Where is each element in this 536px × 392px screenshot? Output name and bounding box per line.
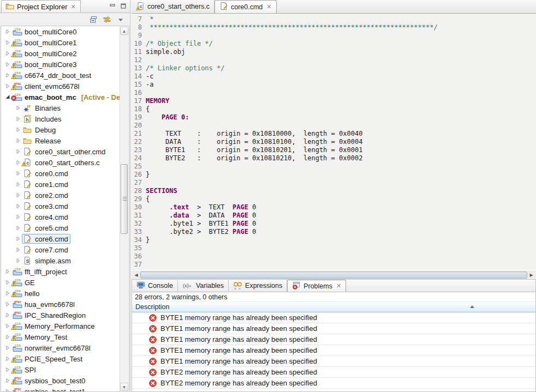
editor-tab-core0-cmd[interactable]: core0.cmd✕ bbox=[215, 0, 277, 13]
close-icon[interactable]: ✕ bbox=[70, 3, 76, 10]
tree-item-core2-cmd[interactable]: core2.cmd bbox=[1, 190, 129, 201]
scroll-right-icon[interactable]: ▶ bbox=[528, 272, 535, 279]
expander-collapsed-icon[interactable] bbox=[14, 191, 22, 199]
tree-item-includes[interactable]: hIncludes bbox=[1, 113, 129, 124]
expander-collapsed-icon[interactable] bbox=[3, 50, 11, 57]
problems-row[interactable]: BYTE1 memory range has already been spec… bbox=[132, 345, 535, 356]
tree-item-ipc-sharedregion[interactable]: RTSCIPC_SharedRegion bbox=[1, 310, 129, 321]
close-icon[interactable]: ✕ bbox=[265, 3, 271, 10]
problems-row[interactable]: BYTE1 memory range has already been spec… bbox=[132, 356, 535, 367]
expander-collapsed-icon[interactable] bbox=[3, 377, 11, 384]
project-explorer-tab[interactable]: Project Explorer ✕ bbox=[1, 0, 81, 13]
editor-hscroll-thumb[interactable] bbox=[140, 272, 527, 279]
expander-collapsed-icon[interactable] bbox=[14, 257, 22, 264]
bottom-tab-problems[interactable]: Problems✕ bbox=[287, 280, 346, 292]
tree-scrollbar[interactable]: ▲ ▼ bbox=[120, 27, 128, 391]
expander-collapsed-icon[interactable] bbox=[3, 333, 11, 341]
expander-collapsed-icon[interactable] bbox=[14, 246, 22, 254]
scroll-up-icon[interactable]: ▲ bbox=[120, 27, 128, 35]
tree-item-simple-asm[interactable]: Ssimple.asm bbox=[1, 255, 129, 266]
expander-collapsed-icon[interactable] bbox=[14, 104, 22, 112]
tree-item-sysbios-boot-test1[interactable]: RTSCsysbios_boot_test1 bbox=[1, 386, 129, 392]
view-menu-button[interactable] bbox=[116, 15, 126, 25]
expander-expanded-icon[interactable] bbox=[3, 93, 11, 101]
description-column-header[interactable]: Description bbox=[132, 302, 535, 312]
tree-item-emac-boot-mc[interactable]: CCSemac_boot_mc[Active - De bbox=[1, 92, 129, 102]
problems-row[interactable]: BYTE2 memory range has already been spec… bbox=[132, 367, 535, 378]
expander-collapsed-icon[interactable] bbox=[3, 39, 11, 46]
tree-item-core0-start-other-cmd[interactable]: core0_start_other.cmd bbox=[1, 146, 129, 157]
tree-item-debug[interactable]: Debug bbox=[1, 124, 129, 135]
tree-item-release[interactable]: Release bbox=[1, 135, 129, 146]
expander-collapsed-icon[interactable] bbox=[14, 170, 22, 177]
expander-collapsed-icon[interactable] bbox=[14, 159, 22, 166]
bottom-tab-expressions[interactable]: xyExpressions bbox=[229, 280, 287, 292]
expander-collapsed-icon[interactable] bbox=[3, 268, 11, 275]
tree-item-core0-start-others-c[interactable]: ccore0_start_others.c bbox=[1, 157, 129, 168]
tree-item-memory-performance[interactable]: CCSMemory_Performance bbox=[1, 321, 129, 331]
tree-item-core4-cmd[interactable]: core4.cmd bbox=[1, 212, 129, 222]
expander-collapsed-icon[interactable] bbox=[3, 322, 11, 330]
tree-item-boot-multicore0[interactable]: CCSboot_multiCore0 bbox=[1, 26, 129, 37]
tree-item-core3-cmd[interactable]: core3.cmd bbox=[1, 201, 129, 212]
expander-collapsed-icon[interactable] bbox=[3, 28, 11, 35]
tree-item-norwriter-evmc6678l[interactable]: CCSnorwriter_evmc6678l bbox=[1, 342, 129, 353]
tree-item-boot-multicore3[interactable]: CCSboot_multiCore3 bbox=[1, 59, 129, 70]
scroll-down-icon[interactable]: ▼ bbox=[120, 383, 128, 391]
tree-item-binaries[interactable]: 10Binaries bbox=[1, 102, 129, 113]
minimize-button[interactable] bbox=[108, 2, 117, 10]
expander-collapsed-icon[interactable] bbox=[14, 224, 22, 232]
tree-item-c6674-ddr-boot-test[interactable]: CCSc6674_ddr_boot_test bbox=[1, 70, 129, 81]
expander-collapsed-icon[interactable] bbox=[3, 300, 11, 308]
expander-collapsed-icon[interactable] bbox=[3, 61, 11, 68]
close-icon[interactable]: ✕ bbox=[335, 282, 341, 290]
problems-row[interactable]: BYTE1 memory range has already been spec… bbox=[132, 312, 535, 323]
expander-collapsed-icon[interactable] bbox=[14, 180, 22, 188]
tree-item-core5-cmd[interactable]: core5.cmd bbox=[1, 222, 129, 233]
expander-collapsed-icon[interactable] bbox=[14, 202, 22, 210]
expander-collapsed-icon[interactable] bbox=[3, 344, 11, 352]
scroll-left-icon[interactable]: ◀ bbox=[133, 272, 140, 279]
expander-collapsed-icon[interactable] bbox=[3, 355, 11, 363]
expander-collapsed-icon[interactable] bbox=[14, 235, 22, 243]
tree-item-core7-cmd[interactable]: core7.cmd bbox=[1, 244, 129, 255]
tree-item-boot-multicore1[interactable]: CCSboot_multiCore1 bbox=[1, 37, 129, 48]
editor-tab-core0-start-others-c[interactable]: ccore0_start_others.c bbox=[132, 0, 215, 13]
tree-item-pcie-speed-test[interactable]: CCSPCIE_Speed_Test bbox=[1, 353, 129, 364]
tree-item-client-evmc6678l[interactable]: RTSCclient_evmc6678l bbox=[1, 81, 129, 92]
expander-collapsed-icon[interactable] bbox=[14, 115, 22, 123]
link-with-editor-button[interactable] bbox=[102, 15, 112, 25]
expander-collapsed-icon[interactable] bbox=[3, 311, 11, 319]
tree-item-ge[interactable]: CCSGE bbox=[1, 277, 129, 288]
problems-row[interactable]: BYTE1 memory range has already been spec… bbox=[132, 334, 535, 345]
problems-row[interactable]: BYTE1 memory range has already been spec… bbox=[132, 323, 535, 334]
tree-scrollbar-thumb[interactable] bbox=[121, 164, 128, 234]
tree-item-hello[interactable]: CCShello bbox=[1, 288, 129, 299]
tree-item-core1-cmd[interactable]: core1.cmd bbox=[1, 179, 129, 190]
tree-item-boot-multicore2[interactable]: CCSboot_multiCore2 bbox=[1, 48, 129, 59]
maximize-button[interactable] bbox=[119, 2, 128, 10]
expander-collapsed-icon[interactable] bbox=[3, 82, 11, 90]
tree-item-spi[interactable]: CCSSPI bbox=[1, 364, 129, 375]
tree-item-core0-cmd[interactable]: core0.cmd bbox=[1, 168, 129, 179]
bottom-tab-console[interactable]: Console bbox=[132, 280, 178, 292]
expander-collapsed-icon[interactable] bbox=[14, 137, 22, 144]
tree-item-memory-test[interactable]: CCSMemory_Test bbox=[1, 331, 129, 342]
expander-collapsed-icon[interactable] bbox=[14, 126, 22, 134]
expander-collapsed-icon[interactable] bbox=[3, 279, 11, 286]
tree-item-fft-ifft-project[interactable]: CCSfft_ifft_project bbox=[1, 266, 129, 277]
bottom-tab-variables[interactable]: (x)=Variables bbox=[178, 280, 229, 292]
expander-collapsed-icon[interactable] bbox=[3, 71, 11, 79]
editor-horizontal-scrollbar[interactable]: ◀ ▶ bbox=[132, 270, 536, 279]
expander-collapsed-icon[interactable] bbox=[3, 388, 11, 392]
expander-collapsed-icon[interactable] bbox=[14, 148, 22, 155]
expander-collapsed-icon[interactable] bbox=[3, 366, 11, 373]
collapse-all-button[interactable] bbox=[88, 15, 98, 25]
tree-item-core6-cmd[interactable]: core6.cmd bbox=[1, 233, 129, 244]
expander-collapsed-icon[interactable] bbox=[3, 290, 11, 297]
problems-row[interactable]: BYTE2 memory range has already been spec… bbox=[132, 378, 535, 389]
code-editor[interactable]: 7 *8 ***********************************… bbox=[132, 14, 536, 270]
expander-collapsed-icon[interactable] bbox=[14, 213, 22, 221]
tree-item-sysbios-boot-test0[interactable]: RTSCsysbios_boot_test0 bbox=[1, 375, 129, 386]
tree-item-hua-evmc6678l[interactable]: RTSChua_evmc6678l bbox=[1, 299, 129, 310]
